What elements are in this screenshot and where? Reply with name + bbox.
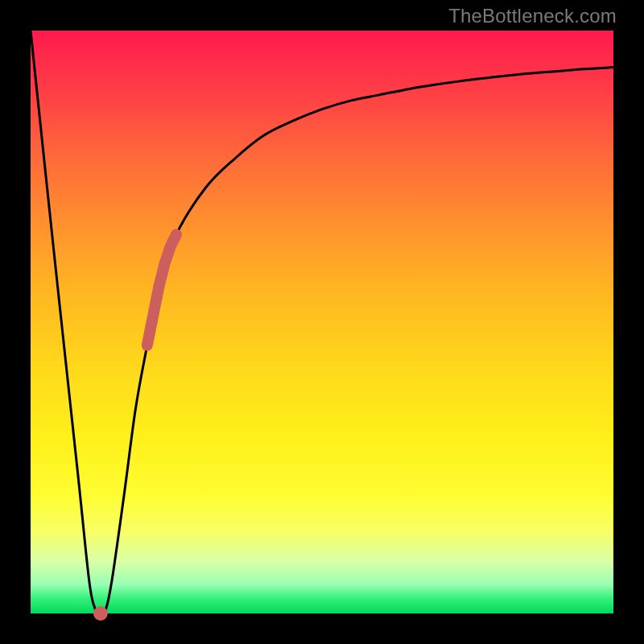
minimum-point [93, 606, 108, 621]
watermark-text: TheBottleneck.com [448, 5, 617, 27]
chart-svg [31, 31, 613, 613]
highlight-segment [147, 234, 176, 345]
chart-plot-area [31, 31, 613, 613]
bottleneck-curve [31, 31, 613, 613]
chart-frame: TheBottleneck.com [0, 0, 644, 644]
